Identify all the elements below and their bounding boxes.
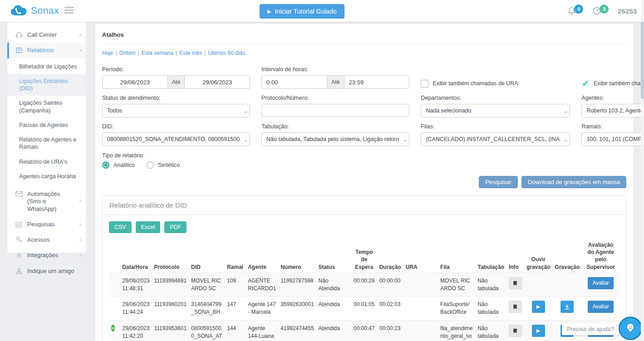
help-mascot-button[interactable] xyxy=(619,317,642,340)
col-status[interactable]: Status xyxy=(316,239,351,273)
col-tabulacao[interactable]: Tabulação xyxy=(475,239,506,273)
periodo-end-input[interactable]: 29/06/2023 xyxy=(185,76,250,88)
chevron-down-icon: ‹ xyxy=(562,140,569,141)
col-agente[interactable]: Agente xyxy=(246,239,278,273)
download-recording-button[interactable] xyxy=(560,301,574,313)
person-icon xyxy=(15,268,23,275)
table-row: 29/06/2023 11:48:31 11193994691 MOVEL RI… xyxy=(109,273,619,297)
tabulacao-select[interactable]: Não tabulada, Tabulada pelo sistema, Lig… xyxy=(261,132,409,146)
col-fila[interactable]: Fila xyxy=(438,239,475,273)
periodo-start-input[interactable]: 29/06/2023 xyxy=(103,76,167,88)
did-select[interactable]: 08008801520_SONA_ATENDIMENTO, 0800591500… xyxy=(102,132,250,146)
tabulacao-label: Tabulação: xyxy=(261,123,409,130)
chevron-left-icon: ‹ xyxy=(79,252,81,259)
avaliar-button[interactable]: Avaliar xyxy=(588,277,613,289)
shortcut-ultimos-60[interactable]: Últimos 60 dias xyxy=(208,50,245,56)
download-gravacoes-button[interactable]: Download de gravações em massa xyxy=(521,176,626,188)
export-pdf-button[interactable]: PDF xyxy=(164,221,187,233)
play-recording-button[interactable]: ▶ xyxy=(532,325,545,337)
ramais-label: Ramais: xyxy=(581,123,644,130)
table-header-row: Data/Hora Protocolo DID Ramal Agente Núm… xyxy=(109,239,619,273)
export-excel-button[interactable]: Excel xyxy=(136,221,161,233)
col-data-hora[interactable]: Data/Hora xyxy=(120,239,152,273)
info-button[interactable] xyxy=(509,301,522,313)
expand-row-plus-icon[interactable]: + xyxy=(111,325,115,331)
status-select[interactable]: Todos ‹ xyxy=(102,104,250,117)
ura-checkbox-label: Exibir também chamadas de URA xyxy=(433,80,518,87)
col-protocolo[interactable]: Protocolo xyxy=(152,239,189,273)
col-info[interactable]: Info xyxy=(506,239,524,273)
ddr-checkmark-icon[interactable]: ✓ xyxy=(581,80,590,87)
col-ramal[interactable]: Ramal xyxy=(225,239,246,273)
hora-start-input[interactable]: 0:00 xyxy=(262,76,327,88)
sidebar-subitem-pausas[interactable]: Pausas de Agentes xyxy=(7,118,86,132)
chevron-down-icon: ‹ xyxy=(77,49,84,51)
col-duracao[interactable]: Duração xyxy=(377,239,403,273)
agentes-select[interactable]: Roberto 103 2, Agente 107 (Camila), Agen… xyxy=(581,104,644,117)
avaliar-button[interactable]: Avaliar xyxy=(588,301,613,313)
shortcut-este-mes[interactable]: Este mês xyxy=(179,50,202,56)
download-icon xyxy=(564,304,570,310)
notifications-button[interactable]: 0 xyxy=(567,6,583,15)
scrollbar-thumb[interactable] xyxy=(641,22,644,99)
periodo-label: Período: xyxy=(102,66,250,73)
chevron-down-icon: ‹ xyxy=(242,140,249,141)
field-periodo: Período: 29/06/2023 Até 29/06/2023 xyxy=(102,66,250,89)
shortcut-hoje[interactable]: Hoje xyxy=(102,50,113,56)
system-status-button[interactable]: 3 xyxy=(592,6,609,15)
shortcut-ontem[interactable]: Ontem xyxy=(119,50,136,56)
shortcut-esta-semana[interactable]: Esta semana xyxy=(142,50,173,56)
col-ouvir-gravacao[interactable]: Ouvir gravação xyxy=(524,239,553,273)
start-tutorial-button[interactable]: ▶ Iniciar Tutorial Guiado xyxy=(260,4,344,19)
sidebar-subitem-relatorio-uras[interactable]: Relatório de URA's xyxy=(7,155,86,169)
hamburger-menu-icon[interactable] xyxy=(64,7,74,14)
brand-logo[interactable]: Sonax xyxy=(10,4,74,17)
sidebar-item-automacoes[interactable]: Automações (Sms e WhatsApp) ‹ xyxy=(7,186,86,217)
ura-checkbox[interactable] xyxy=(421,80,428,88)
export-csv-button[interactable]: CSV xyxy=(109,221,132,233)
info-button[interactable] xyxy=(509,325,522,337)
col-ura[interactable]: URA xyxy=(403,239,438,273)
filas-label: Filas: xyxy=(421,123,570,130)
radio-analitico[interactable]: Analitico xyxy=(102,161,135,169)
sidebar-subitem-agentes-carga[interactable]: Agentes carga Horária xyxy=(7,169,86,184)
play-recording-button[interactable]: ▶ xyxy=(532,301,545,313)
departamentos-select[interactable]: Nada selecionado ‹ xyxy=(421,104,570,117)
col-gravacao[interactable]: Gravação xyxy=(553,239,582,273)
horas-label: Intervalo de horas: xyxy=(261,66,409,73)
sidebar-item-call-center[interactable]: Call Center ‹ xyxy=(7,27,86,43)
report-panel: Relatório analítico de DID CSV Excel PDF… xyxy=(102,195,626,341)
horas-ate-addon: Até xyxy=(327,76,344,88)
sidebar-item-relatorios[interactable]: Relatórios ‹ xyxy=(7,43,86,58)
chevron-left-icon: ‹ xyxy=(79,236,81,244)
ramais-select[interactable]: 100, 101, 101 (COMPARTILHADO), 102, 102 … xyxy=(581,132,644,146)
sidebar-item-acessos[interactable]: Acessos ‹ xyxy=(7,232,86,248)
protocolo-input[interactable] xyxy=(261,104,409,117)
field-intervalo-horas: Intervalo de horas: 0:00 Até 23:59 xyxy=(261,66,409,89)
hora-end-input[interactable]: 23:59 xyxy=(344,76,409,88)
radio-selected-icon xyxy=(102,161,109,169)
col-numero[interactable]: Número xyxy=(278,239,316,273)
sidebar-subitem-agentes-ramais[interactable]: Relatório de Agentes e Ramais xyxy=(7,132,82,155)
report-table: Data/Hora Protocolo DID Ramal Agente Núm… xyxy=(109,239,619,341)
col-did[interactable]: DID xyxy=(189,239,225,273)
col-tempo-espera[interactable]: Tempo de Espera xyxy=(351,239,377,273)
radio-unselected-icon xyxy=(147,161,154,169)
periodo-ate-addon: Até xyxy=(167,76,185,88)
sidebar-item-integracoes[interactable]: Integrações ‹ xyxy=(7,248,86,263)
sidebar-item-pesquisas[interactable]: Pesquisas ‹ xyxy=(7,217,86,232)
radio-sintetico[interactable]: Sintético xyxy=(147,161,180,169)
vertical-scrollbar[interactable] xyxy=(641,0,644,341)
sidebar-subitem-ligacoes-entrantes[interactable]: Ligações Entrantes (DID) xyxy=(7,74,86,96)
chevron-down-icon: ‹ xyxy=(562,111,569,113)
sidebar-subitem-bilhetador[interactable]: Bilhetador de Ligações xyxy=(7,59,86,74)
sidebar-nav: Call Center ‹ Relatórios ‹ Bilhetador de… xyxy=(7,22,86,253)
chevron-left-icon: ‹ xyxy=(79,31,81,39)
info-button[interactable] xyxy=(509,277,522,289)
sidebar-item-indique-amigo[interactable]: Indique um amigo xyxy=(7,263,86,279)
filas-select[interactable]: (CANCELADO) INSTANT_CALLCENTER_SCL, (INA… xyxy=(421,132,570,146)
col-avaliacao[interactable]: Avaliação do Agente pelo Supervisor xyxy=(582,239,619,273)
pesquisar-button[interactable]: Pesquisar xyxy=(479,176,518,188)
help-label: Precisa de ajuda? xyxy=(562,323,619,335)
sidebar-subitem-ligacoes-saintes[interactable]: Ligações Saintes (Campanha) xyxy=(7,96,86,118)
